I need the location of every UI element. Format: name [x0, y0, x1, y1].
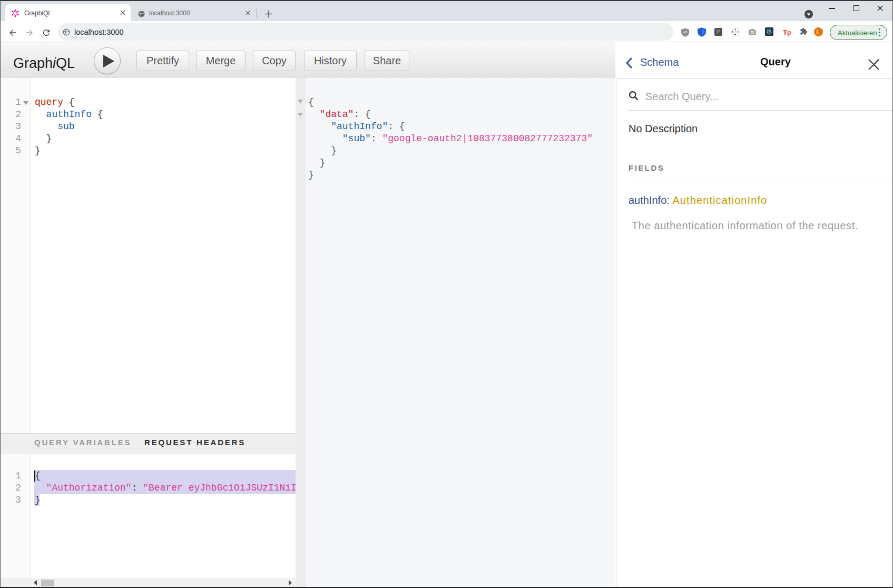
svg-text:uD: uD [683, 30, 688, 34]
